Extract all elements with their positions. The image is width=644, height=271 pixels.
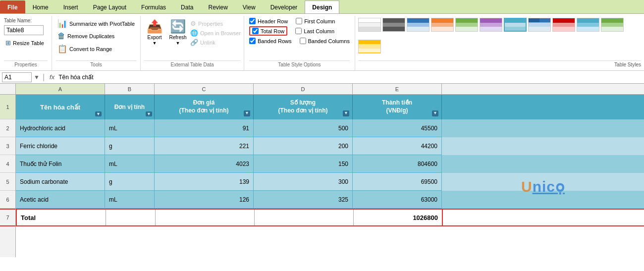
cell-2b[interactable]: mL — [105, 119, 155, 137]
filter-arrow-a[interactable]: ▼ — [95, 111, 102, 116]
filter-arrow-d[interactable]: ▼ — [343, 110, 349, 116]
refresh-btn[interactable]: 🔄 Refresh ▼ — [167, 18, 189, 47]
remove-dup-icon: 🗑 — [57, 32, 65, 41]
tab-formulas[interactable]: Formulas — [134, 0, 173, 13]
properties-label: Properties — [198, 21, 223, 27]
style-swatch-2[interactable] — [382, 18, 405, 32]
banded-rows-checkbox[interactable] — [249, 38, 256, 44]
total-row-checkbox-item[interactable]: Total Row — [249, 26, 287, 36]
summarize-pivottable-label: Summarize with PivotTable — [69, 21, 135, 27]
tab-file[interactable]: File — [0, 0, 25, 13]
cell-6a[interactable]: Acetic acid — [16, 191, 105, 209]
tab-data[interactable]: Data — [173, 0, 201, 13]
total-row-checkbox[interactable] — [252, 28, 259, 34]
resize-table-btn[interactable]: ⊞ Resize Table — [4, 38, 48, 48]
cell-4e[interactable]: 804600 — [353, 155, 442, 173]
filter-arrow-c[interactable]: ▼ — [244, 110, 250, 116]
cell-4c[interactable]: 4023 — [155, 155, 254, 173]
cell-6c[interactable]: 126 — [155, 191, 254, 209]
banded-columns-checkbox-item[interactable]: Banded Columns — [300, 38, 350, 44]
row-header-2: 2 — [0, 119, 15, 137]
first-column-checkbox-item[interactable]: First Column — [296, 18, 335, 24]
header-row-checkbox[interactable] — [249, 18, 256, 24]
style-swatch-5[interactable] — [455, 18, 478, 32]
cell-3d[interactable]: 200 — [254, 137, 353, 155]
col-header-qty-text: Số lượng(Theo đơn vị tính) — [278, 99, 328, 114]
table-name-input[interactable] — [4, 25, 44, 35]
cell-6d[interactable]: 325 — [254, 191, 353, 209]
style-swatch-1[interactable] — [358, 18, 381, 32]
cell-2a[interactable]: Hydrochloric acid — [16, 119, 105, 137]
total-cell-c — [156, 210, 255, 225]
style-swatch-11[interactable] — [601, 18, 624, 32]
cell-3b[interactable]: g — [105, 137, 155, 155]
total-row-label: Total Row — [261, 28, 284, 34]
cell-4d[interactable]: 150 — [254, 155, 353, 173]
cell-3c[interactable]: 221 — [155, 137, 254, 155]
tab-review[interactable]: Review — [201, 0, 235, 13]
row-header-6: 6 — [0, 191, 15, 209]
style-swatch-9[interactable] — [552, 18, 575, 32]
cell-2c[interactable]: 91 — [155, 119, 254, 137]
cell-3e[interactable]: 44200 — [353, 137, 442, 155]
cell-5d[interactable]: 300 — [254, 173, 353, 191]
tab-insert[interactable]: Insert — [56, 0, 86, 13]
unlink-btn: 🔗 Unlink — [190, 39, 241, 46]
remove-duplicates-btn[interactable]: 🗑 Remove Duplicates — [56, 31, 136, 42]
style-swatch-10[interactable] — [577, 18, 599, 32]
style-swatch-7[interactable] — [504, 18, 527, 32]
ribbon-group-properties: Table Name: ⊞ Resize Table Properties — [0, 16, 52, 70]
banded-rows-checkbox-item[interactable]: Banded Rows — [249, 38, 292, 44]
cell-5b[interactable]: g — [105, 173, 155, 191]
cell-4a[interactable]: Thuốc thử Folin — [16, 155, 105, 173]
filter-arrow-e[interactable]: ▼ — [432, 110, 438, 116]
col-header-b: B — [105, 84, 155, 94]
style-swatch-8[interactable] — [528, 18, 551, 32]
cell-6b[interactable]: mL — [105, 191, 155, 209]
total-label-cell[interactable]: Total — [17, 210, 106, 225]
export-btn[interactable]: 📤 Export ▼ — [144, 18, 165, 47]
convert-to-range-btn[interactable]: 📋 Convert to Range — [56, 43, 136, 54]
tab-page-layout[interactable]: Page Layout — [86, 0, 134, 13]
col-header-name-text: Tên hóa chất — [40, 104, 80, 111]
refresh-icon: 🔄 — [170, 19, 186, 34]
style-swatch-4[interactable] — [431, 18, 454, 32]
cell-5a[interactable]: Sodium carbonate — [16, 173, 105, 191]
cell-3a[interactable]: Ferric chloride — [16, 137, 105, 155]
open-browser-icon: 🌐 — [190, 29, 198, 37]
tab-developer[interactable]: Developer — [263, 0, 305, 13]
last-column-checkbox-item[interactable]: Last Column — [295, 26, 334, 36]
first-column-checkbox[interactable] — [296, 18, 302, 24]
banded-columns-checkbox[interactable] — [300, 38, 306, 44]
cell-4b[interactable]: mL — [105, 155, 155, 173]
tab-view[interactable]: View — [235, 0, 263, 13]
style-swatch-6[interactable] — [480, 18, 502, 32]
banded-columns-label: Banded Columns — [308, 38, 350, 44]
cell-6e[interactable]: 63000 — [353, 191, 442, 209]
row-header-7: 7 — [0, 209, 15, 226]
style-options-row3: Banded Rows Banded Columns — [249, 38, 350, 44]
data-row-3: Ferric chloride g 221 200 44200 — [16, 137, 644, 155]
tab-design[interactable]: Design — [305, 0, 339, 13]
ribbon-group-tools: 📊 Summarize with PivotTable 🗑 Remove Dup… — [52, 16, 141, 70]
cell-reference[interactable] — [2, 72, 32, 82]
summarize-pivottable-btn[interactable]: 📊 Summarize with PivotTable — [56, 18, 136, 29]
tab-bar: File Home Insert Page Layout Formulas Da… — [0, 0, 644, 14]
last-column-checkbox[interactable] — [295, 28, 302, 34]
remove-duplicates-label: Remove Duplicates — [67, 33, 114, 39]
formula-bar-dropdown-icon[interactable]: ▼ — [34, 74, 40, 81]
convert-to-range-label: Convert to Range — [69, 46, 112, 52]
filter-arrow-b[interactable]: ▼ — [146, 111, 152, 116]
cell-2d[interactable]: 500 — [254, 119, 353, 137]
style-swatch-12[interactable] — [358, 40, 381, 54]
tab-home[interactable]: Home — [25, 0, 56, 13]
data-row-2: Hydrochloric acid mL 91 500 45500 — [16, 119, 644, 137]
style-swatch-3[interactable] — [407, 18, 429, 32]
header-row-checkbox-item[interactable]: Header Row — [249, 18, 288, 24]
total-value-cell[interactable]: 1026800 — [354, 210, 443, 225]
cell-2e[interactable]: 45500 — [353, 119, 442, 137]
tools-group-label: Tools — [56, 60, 136, 68]
cell-5c[interactable]: 139 — [155, 173, 254, 191]
fx-label: fx — [50, 73, 54, 81]
cell-5e[interactable]: 69500 — [353, 173, 442, 191]
